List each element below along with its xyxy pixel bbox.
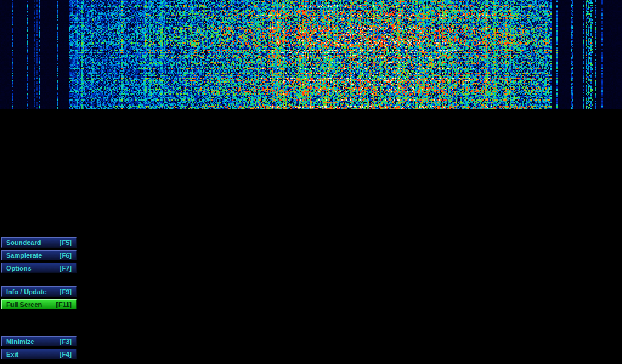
info-update-button[interactable]: Info / Update[F9] [1, 286, 77, 297]
minimize-button[interactable]: Minimize[F3] [1, 336, 77, 346]
samplerate-label: Samplerate [6, 252, 42, 259]
info-update-label: Info / Update [6, 288, 47, 295]
exit-button[interactable]: Exit[F4] [1, 349, 77, 359]
full-screen-key: [F11] [56, 301, 72, 308]
full-screen-button[interactable]: Full Screen[F11] [1, 299, 77, 309]
options-button[interactable]: Options[F7] [1, 263, 77, 273]
exit-key: [F4] [60, 351, 72, 358]
main-rf-waterfall[interactable]: 1378851378901378951379001379051379101379… [0, 0, 622, 109]
options-label: Options [6, 265, 32, 272]
info-update-key: [F9] [60, 288, 72, 295]
soundcard-button[interactable]: Soundcard[F5] [1, 237, 77, 248]
full-screen-label: Full Screen [6, 301, 42, 308]
soundcard-key: [F5] [60, 239, 72, 246]
exit-label: Exit [6, 351, 18, 358]
soundcard-label: Soundcard [6, 239, 41, 246]
minimize-key: [F3] [60, 338, 72, 345]
samplerate-key: [F6] [60, 252, 72, 259]
hdsdr-window: 1378851378901378951379001379051379101379… [0, 0, 622, 364]
options-key: [F7] [60, 265, 72, 272]
samplerate-button[interactable]: Samplerate[F6] [1, 250, 77, 260]
minimize-label: Minimize [6, 338, 34, 345]
